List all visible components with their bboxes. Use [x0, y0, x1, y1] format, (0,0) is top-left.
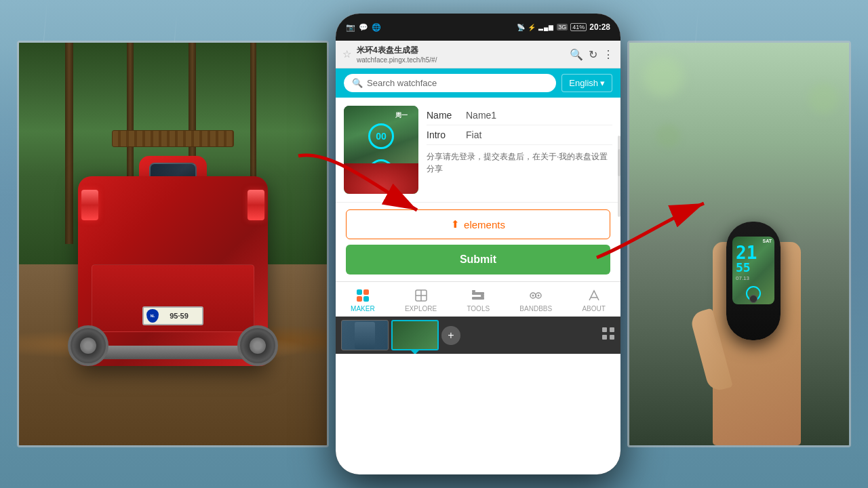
- status-bar: 📷 💬 🌐 📡 ⚡ ▂▄▆ 3G: [336, 14, 620, 41]
- svg-rect-8: [472, 292, 484, 295]
- tools-icon: [470, 287, 486, 304]
- elements-label: elements: [464, 219, 505, 230]
- thumb-item-1[interactable]: [341, 320, 389, 350]
- bottom-nav: MAKER EXPLORE: [336, 281, 620, 317]
- search-section: 🔍 Search watchface English ▾: [336, 68, 620, 98]
- wheel-left: [68, 325, 108, 366]
- search-box-icon: 🔍: [352, 78, 363, 88]
- svg-rect-19: [602, 335, 607, 340]
- browser-title: 米环4表盘生成器: [357, 45, 564, 56]
- car-body: NL 95·59: [78, 176, 268, 366]
- language-button[interactable]: English ▾: [561, 74, 612, 92]
- bandbbs-label: BANDBBS: [519, 305, 552, 312]
- wheel-right: [237, 325, 278, 366]
- status-bar-right: 📡 ⚡ ▂▄▆ 3G 41% 20:28: [517, 22, 610, 32]
- language-label: English: [569, 78, 598, 88]
- name-value: Name1: [466, 110, 496, 121]
- svg-point-15: [538, 295, 540, 297]
- menu-icon[interactable]: ⋮: [603, 48, 614, 61]
- left-photo-bg: NL 95·59: [19, 43, 327, 445]
- maker-label: MAKER: [351, 305, 375, 312]
- svg-rect-20: [610, 335, 614, 340]
- svg-rect-1: [357, 289, 362, 295]
- explore-label: EXPLORE: [405, 305, 437, 312]
- nl-badge: NL: [146, 309, 159, 323]
- svg-rect-9: [472, 290, 475, 292]
- grid-view-button[interactable]: [601, 327, 615, 344]
- browser-url-area: 米环4表盘生成器 watchface.pingx.tech/h5/#/: [357, 45, 564, 64]
- main-layout: NL 95·59: [0, 0, 868, 488]
- nav-item-bandbbs[interactable]: BANDBBS: [514, 286, 557, 314]
- maker-icon: [355, 287, 371, 304]
- svg-rect-10: [472, 297, 484, 300]
- battery-indicator: 41%: [570, 23, 587, 31]
- scroll-thumb: [618, 149, 620, 176]
- browser-icon: 🌐: [372, 23, 381, 32]
- about-label: ABOUT: [582, 305, 605, 312]
- phone-screen: 📷 💬 🌐 📡 ⚡ ▂▄▆ 3G: [336, 14, 620, 474]
- name-label: Name: [427, 110, 460, 121]
- scroll-indicator[interactable]: [618, 136, 620, 217]
- luggage-rack: [112, 130, 234, 147]
- browser-bar: ☆ 米环4表盘生成器 watchface.pingx.tech/h5/#/ 🔍 …: [336, 41, 620, 68]
- bumper: [85, 346, 261, 359]
- camera-icon: 📷: [346, 23, 355, 32]
- dropdown-arrow: ▾: [600, 78, 605, 88]
- watch-sat: SAT: [763, 239, 772, 243]
- description-text: 分享请先登录，提交表盘后，在关于·我的表盘设置分享: [427, 145, 612, 180]
- watch-hour: 21: [736, 244, 771, 262]
- submit-button[interactable]: Submit: [346, 245, 610, 274]
- status-time: 20:28: [589, 22, 610, 32]
- svg-rect-11: [481, 295, 484, 297]
- watchface-info-section: 周一 00 上午 00 00:00: [336, 98, 620, 203]
- add-watchface-button[interactable]: +: [441, 326, 460, 345]
- refresh-icon[interactable]: ↻: [589, 48, 597, 61]
- star-icon[interactable]: ☆: [342, 48, 351, 60]
- name-row: Name Name1: [427, 106, 612, 125]
- explore-icon: [413, 287, 429, 304]
- nav-item-maker[interactable]: MAKER: [345, 286, 380, 314]
- watch-minute: 55: [736, 262, 771, 274]
- plate-text: 95·59: [170, 312, 189, 320]
- search-icon[interactable]: 🔍: [570, 48, 583, 61]
- car-scene: NL 95·59: [19, 43, 327, 445]
- elements-button[interactable]: ⬆ elements: [346, 209, 610, 239]
- watch-num1: 00: [376, 131, 387, 142]
- submit-label: Submit: [460, 253, 496, 265]
- intro-label: Intro: [427, 129, 460, 140]
- status-bar-left: 📷 💬 🌐: [346, 23, 381, 32]
- thumb-item-2[interactable]: [391, 320, 439, 350]
- upload-icon: ⬆: [451, 218, 460, 230]
- bandbbs-icon: [528, 287, 544, 304]
- about-icon: [586, 287, 602, 304]
- svg-rect-3: [357, 296, 362, 302]
- svg-rect-18: [610, 327, 614, 332]
- nav-item-explore[interactable]: EXPLORE: [399, 286, 442, 314]
- taillight-left: [81, 190, 98, 220]
- right-photo-bg: SAT 21 55 07.13: [629, 43, 849, 445]
- info-panel: Name Name1 Intro Fiat 分享请先登录，提交表盘后，在关于·我…: [427, 106, 612, 194]
- tools-label: TOOLS: [467, 305, 490, 312]
- watchface-preview: 周一 00 上午 00 00:00: [344, 106, 418, 194]
- phone-content: 📷 💬 🌐 📡 ⚡ ▂▄▆ 3G: [336, 14, 620, 474]
- phone-device: 📷 💬 🌐 📡 ⚡ ▂▄▆ 3G: [336, 14, 620, 474]
- nav-item-about[interactable]: ABOUT: [576, 286, 610, 314]
- signal-bars: ▂▄▆: [538, 24, 554, 30]
- car-body-container: NL 95·59: [58, 122, 288, 393]
- taillight-right: [248, 190, 264, 220]
- right-photo-panel: SAT 21 55 07.13: [627, 41, 851, 447]
- bluetooth-icon: ⚡: [528, 24, 536, 31]
- watch-overlay: 周一 00 上午 00 00:00: [344, 106, 418, 194]
- watch-date: 07.13: [736, 275, 771, 281]
- search-box[interactable]: 🔍 Search watchface: [344, 74, 556, 92]
- messaging-icon: 💬: [359, 23, 368, 32]
- intro-value: Fiat: [466, 129, 481, 140]
- thumbnail-strip: +: [336, 317, 620, 354]
- nav-item-tools[interactable]: TOOLS: [461, 286, 495, 314]
- watch-day: 周一: [395, 111, 410, 120]
- cast-icon: 📡: [517, 24, 525, 31]
- network-type: 3G: [557, 24, 568, 30]
- search-input[interactable]: Search watchface: [367, 78, 437, 88]
- buttons-section: ⬆ elements Submit: [336, 203, 620, 281]
- watch-circle-top: 00: [368, 123, 394, 149]
